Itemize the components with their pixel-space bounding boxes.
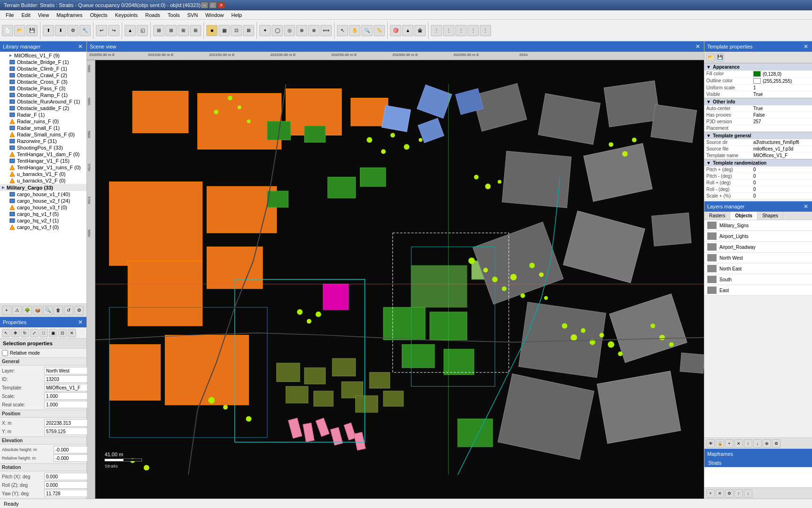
menu-tools[interactable]: Tools (164, 11, 184, 19)
grid2-button[interactable]: ⊞ (165, 25, 177, 36)
select2-button[interactable]: ◱ (137, 25, 148, 36)
lib-item-radar[interactable]: Radar_F (1) (0, 111, 86, 118)
menu-window[interactable]: Window (202, 11, 227, 19)
template-props-close-button[interactable]: ✕ (803, 43, 809, 50)
view3d-button[interactable]: 🎯 (390, 25, 401, 36)
layer-military-signs[interactable]: Military_Signs (704, 220, 812, 231)
lib-item-radar-small-ruins[interactable]: Radar_Small_ruins_F (0) (0, 131, 86, 138)
tab-rasters[interactable]: Rasters (704, 212, 730, 220)
mapframes-down-button[interactable]: ↓ (744, 489, 752, 498)
mirror-button[interactable]: ⟺ (320, 25, 332, 36)
lib-item-obstacle-cross[interactable]: Obstacle_Cross_F (3) (0, 79, 86, 85)
place-button[interactable]: ✦ (259, 25, 271, 36)
lib-item-obstacle-crawl[interactable]: Obstacle_Crawl_F (2) (0, 72, 86, 79)
menu-keypoints[interactable]: Keypoints (111, 11, 141, 19)
tab-objects[interactable]: Objects (730, 212, 757, 220)
menu-roads[interactable]: Roads (141, 11, 164, 19)
road-button[interactable]: 🛣 (414, 25, 426, 36)
config-button[interactable]: 🔧 (79, 25, 91, 36)
lib-item-shootingpos[interactable]: ShootingPos_F (33) (0, 144, 86, 151)
lib-item-cargo-v2[interactable]: cargo_house_v2_f (24) (0, 198, 86, 204)
lib-item-obstacle-ramp[interactable]: Obstacle_Ramp_F (1) (0, 92, 86, 98)
props-arrow-button[interactable]: ↖ (2, 329, 10, 337)
layers-close-button[interactable]: ✕ (803, 203, 809, 210)
lib-refresh-button[interactable]: ↺ (64, 306, 73, 315)
layer-north-east[interactable]: North East (704, 263, 812, 274)
relative-mode-checkbox[interactable] (2, 350, 8, 356)
grid1-button[interactable]: ⊞ (153, 25, 164, 36)
obj3-button[interactable]: ⊡ (231, 25, 242, 36)
scene-canvas[interactable]: 202050.00 m E 202100.00 m E 202150.00 m … (87, 52, 704, 499)
lib-item-tenthangar-dam[interactable]: TentHangar_V1_dam_F (0) (0, 151, 86, 158)
obj2-button[interactable]: ▦ (219, 25, 230, 36)
lib-object-button[interactable]: 📦 (33, 306, 42, 315)
lib-add-button[interactable]: + (2, 306, 11, 315)
settings-button[interactable]: ⚙ (67, 25, 78, 36)
lib-item-obstacle-saddle[interactable]: Obstacle_saddle_F (2) (0, 105, 86, 111)
minimize-button[interactable]: ─ (201, 2, 208, 8)
mapframe-stratis[interactable]: Stratis (704, 459, 812, 467)
layers-down-button[interactable]: ↓ (753, 439, 762, 448)
tab-shapes[interactable]: Shapes (757, 212, 783, 220)
props-group-button[interactable]: ▣ (49, 329, 57, 337)
lib-item-miloffices[interactable]: ▸ MilOffices_V1_F (9) (0, 52, 86, 59)
layers-settings-button[interactable]: ⚙ (772, 439, 781, 448)
props-move-button[interactable]: ✥ (11, 329, 20, 337)
close-button[interactable]: ✕ (218, 2, 225, 8)
layer-south[interactable]: South (704, 274, 812, 285)
lib-item-obstacle-pass[interactable]: Obstacle_Pass_F (3) (0, 85, 86, 92)
layers-merge-button[interactable]: ⊕ (763, 439, 771, 448)
lib-item-razorwire[interactable]: Razorwire_F (31) (0, 138, 86, 144)
extra1-button[interactable]: ⋮ (431, 25, 442, 36)
layer-airport-lights[interactable]: Airport_Lights (704, 231, 812, 242)
zoom-button[interactable]: 🔍 (361, 25, 373, 36)
hand-button[interactable]: ✋ (349, 25, 360, 36)
menu-edit[interactable]: Edit (18, 11, 34, 19)
lib-item-cargo-hq3[interactable]: cargo_hq_v3_f (0) (0, 224, 86, 230)
lib-tree-button[interactable]: 🌳 (23, 306, 32, 315)
menu-help[interactable]: Help (227, 11, 246, 19)
menu-view[interactable]: View (34, 11, 53, 19)
lib-item-radar-ruins[interactable]: Radar_ruins_F (0) (0, 118, 86, 125)
mapframes-up-button[interactable]: ↑ (734, 489, 743, 498)
lib-item-obstacle-runaround[interactable]: Obstacle_RunAround_F (1) (0, 98, 86, 105)
lib-item-cargo-hq1[interactable]: cargo_hq_v1_f (5) (0, 211, 86, 217)
redo-button[interactable]: ↪ (108, 25, 119, 36)
menu-file[interactable]: File (2, 11, 18, 19)
menu-objects[interactable]: Objects (86, 11, 111, 19)
measure-button[interactable]: 📏 (374, 25, 385, 36)
lib-warning-button[interactable]: ⚠ (12, 306, 22, 315)
mapframes-add-button[interactable]: + (706, 489, 715, 498)
obj1-button[interactable]: ■ (206, 25, 218, 36)
lib-filter-button[interactable]: 🔍 (43, 306, 53, 315)
erase-button[interactable]: ◯ (272, 25, 283, 36)
lib-item-obstacle-bridge[interactable]: Obstacle_Bridge_F (1) (0, 59, 86, 65)
undo-button[interactable]: ↩ (96, 25, 107, 36)
props-rotate-button[interactable]: ↻ (21, 329, 29, 337)
props-delete-button[interactable]: ✕ (68, 329, 76, 337)
mapframes-delete-button[interactable]: ✕ (716, 489, 724, 498)
layer-north-west[interactable]: North West (704, 253, 812, 263)
extra4-button[interactable]: ⋮ (468, 25, 479, 36)
layer-airport-roadway[interactable]: Airport_Roadway (704, 242, 812, 253)
layer-east[interactable]: East (704, 285, 812, 296)
lib-item-cargo-v3[interactable]: cargo_house_v3_f (0) (0, 204, 86, 211)
obj4-button[interactable]: ⊠ (243, 25, 254, 36)
menu-svn[interactable]: SVN (183, 11, 202, 19)
open-button[interactable]: 📂 (14, 25, 25, 36)
grid3-button[interactable]: ⊞ (178, 25, 189, 36)
grid4-button[interactable]: ⊞ (190, 25, 201, 36)
lib-item-tenthangar-ruins[interactable]: TentHangar_V1_ruins_F (0) (0, 164, 86, 171)
tp-save-button[interactable]: 💾 (716, 53, 724, 62)
lib-item-military-cargo[interactable]: ▸ Military_Cargo (33) (0, 184, 86, 191)
select-button[interactable]: ▲ (125, 25, 136, 36)
props-scale-button[interactable]: ⤢ (30, 329, 39, 337)
lib-item-cargo-hq2[interactable]: cargo_hq_v2_f (1) (0, 217, 86, 224)
properties-close-button[interactable]: ✕ (77, 319, 84, 325)
save-button[interactable]: 💾 (26, 25, 38, 36)
lib-config-button[interactable]: ⚙ (74, 306, 84, 315)
dist-button[interactable]: ⊗ (308, 25, 320, 36)
props-obj-button[interactable]: □ (39, 329, 48, 337)
lib-item-obstacle-climb[interactable]: Obstacle_Climb_F (1) (0, 65, 86, 72)
fill-button[interactable]: ◎ (284, 25, 295, 36)
